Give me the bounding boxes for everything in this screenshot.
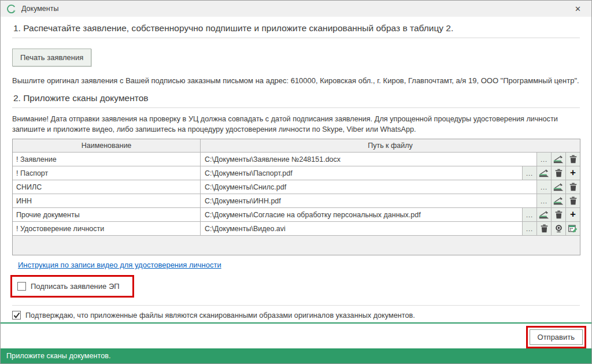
table-row: ! ЗаявлениеC:\Документы\Заявление №24815… (13, 152, 580, 166)
webcam-button[interactable] (551, 222, 565, 235)
scanner-icon (553, 155, 564, 164)
video-link-row: Инструкция по записи видео для удостовер… (18, 261, 580, 269)
scan-button[interactable] (551, 194, 565, 207)
doc-path-cell[interactable]: C:\Документы\Снилс.pdf (201, 180, 536, 194)
trash-icon (569, 196, 577, 205)
trash-icon (541, 224, 548, 233)
doc-name-cell: ! Удостоверение личности (13, 222, 201, 235)
delete-button[interactable] (551, 208, 565, 221)
scanner-icon (553, 196, 564, 205)
scan-button[interactable] (536, 208, 551, 221)
doc-path-cell[interactable]: C:\Документы\Видео.avi (201, 222, 522, 235)
doc-path-cell[interactable]: C:\Документы\ИНН.pdf (201, 194, 536, 207)
status-text: Приложите сканы документов. (6, 352, 111, 360)
browse-button[interactable]: ... (522, 166, 536, 180)
close-icon[interactable]: ✕ (570, 3, 586, 14)
doc-path-cell[interactable]: C:\Документы\Заявление №248151.docx (201, 153, 536, 166)
column-header-path: Путь к файлу (201, 139, 580, 152)
plus-icon: + (570, 169, 576, 177)
delete-button[interactable] (551, 166, 565, 180)
doc-path-cell[interactable]: C:\Документы\Согласие на обработку персо… (201, 208, 522, 221)
sign-checkbox[interactable] (17, 282, 26, 291)
doc-name-cell: ! Заявление (13, 153, 201, 166)
print-application-button[interactable]: Печать заявления (12, 49, 91, 66)
scanner-icon (539, 210, 549, 219)
scan-button[interactable] (536, 166, 551, 180)
table-row: Прочие документыC:\Документы\Согласие на… (13, 207, 580, 221)
mail-instructions-text: Вышлите оригинал заявления с Вашей подпи… (12, 75, 580, 87)
video-instruction-link[interactable]: Инструкция по записи видео для удостовер… (18, 261, 221, 269)
documents-dialog: Документы ✕ 1. Распечатайте заявление, с… (0, 0, 592, 364)
scan-button[interactable] (551, 153, 565, 166)
scan-button[interactable] (551, 180, 565, 194)
ellipsis-icon: ... (541, 183, 547, 191)
ellipsis-icon: ... (541, 155, 547, 164)
doc-path-cell[interactable]: C:\Документы\Паспорт.pdf (201, 166, 522, 180)
submit-button[interactable]: Отправить (530, 329, 583, 345)
ellipsis-icon: ... (526, 225, 533, 233)
title-bar: Документы ✕ (1, 1, 591, 17)
status-bar: Приложите сканы документов. (1, 348, 591, 363)
documents-table-body: ! ЗаявлениеC:\Документы\Заявление №24815… (13, 152, 580, 235)
column-header-name: Наименование (13, 139, 201, 152)
scanner-icon (539, 169, 549, 177)
trash-icon (569, 183, 577, 191)
delete-button[interactable] (565, 194, 580, 207)
sign-checkbox-row[interactable]: Подписать заявление ЭП (17, 282, 132, 291)
sign-checkbox-highlight: Подписать заявление ЭП (10, 275, 134, 298)
webcam-icon (554, 224, 563, 233)
warning-text: Внимание! Дата отправки заявления на про… (12, 114, 580, 135)
delete-button[interactable] (565, 180, 580, 194)
add-button[interactable]: + (565, 208, 580, 221)
footer-separator (1, 322, 591, 324)
table-row: ! Удостоверение личностиC:\Документы\Вид… (13, 221, 580, 235)
ellipsis-icon: ... (526, 169, 533, 177)
doc-name-cell: ИНН (13, 194, 201, 207)
browse-button[interactable]: ... (536, 194, 551, 207)
browse-button[interactable]: ... (522, 222, 536, 235)
trash-icon (555, 210, 563, 219)
ellipsis-icon: ... (526, 211, 533, 219)
documents-table: Наименование Путь к файлу ! ЗаявлениеC:\… (12, 139, 580, 255)
doc-name-cell: ! Паспорт (13, 166, 201, 180)
table-row: ИННC:\Документы\ИНН.pdf... (13, 194, 580, 207)
ellipsis-icon: ... (541, 197, 547, 205)
schedule-button[interactable] (565, 222, 580, 235)
window-title: Документы (21, 5, 58, 13)
table-row: СНИЛСC:\Документы\Снилс.pdf... (13, 180, 580, 194)
table-empty-area (13, 235, 580, 255)
calendar-edit-icon (568, 224, 578, 233)
delete-button[interactable] (565, 153, 580, 166)
doc-name-cell: СНИЛС (13, 180, 201, 194)
confirm-checkbox-label: Подтверждаю, что приложенные файлы являю… (25, 311, 415, 320)
doc-name-cell: Прочие документы (13, 208, 201, 221)
trash-icon (555, 169, 563, 177)
confirm-checkbox-row[interactable]: Подтверждаю, что приложенные файлы являю… (12, 311, 580, 320)
add-button[interactable]: + (565, 166, 580, 180)
browse-button[interactable]: ... (536, 180, 551, 194)
sign-checkbox-label: Подписать заявление ЭП (31, 282, 120, 291)
app-logo-icon (6, 4, 16, 14)
section1-heading: 1. Распечатайте заявление, собственноруч… (12, 17, 580, 38)
browse-button[interactable]: ... (536, 153, 551, 166)
divider (12, 305, 580, 306)
browse-button[interactable]: ... (522, 208, 536, 221)
confirm-checkbox[interactable] (12, 311, 21, 320)
table-header: Наименование Путь к файлу (13, 139, 580, 152)
table-row: ! ПаспортC:\Документы\Паспорт.pdf...+ (13, 166, 580, 180)
scanner-icon (553, 183, 564, 191)
plus-icon: + (570, 210, 576, 219)
section2-heading: 2. Приложите сканы документов (12, 87, 580, 108)
trash-icon (569, 155, 577, 164)
delete-button[interactable] (536, 222, 551, 235)
checkmark-icon (13, 312, 20, 319)
submit-button-highlight: Отправить (526, 326, 586, 348)
